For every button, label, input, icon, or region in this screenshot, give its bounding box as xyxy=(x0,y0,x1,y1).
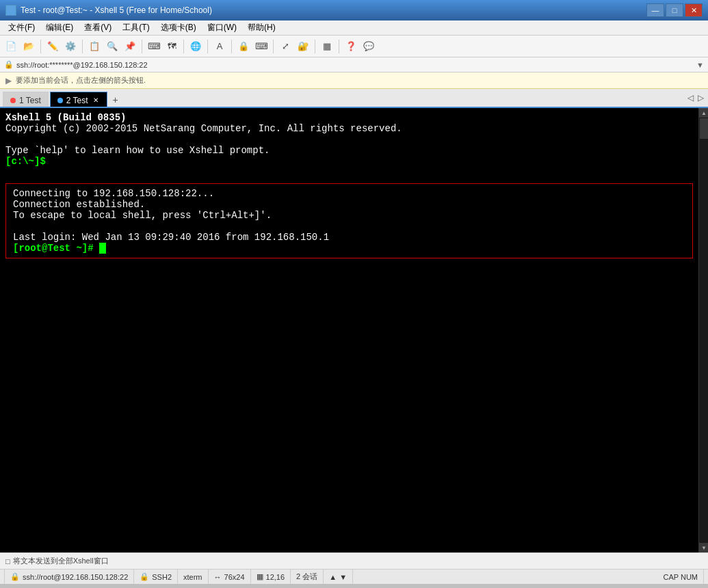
keyboard-button[interactable]: ⌨ xyxy=(146,38,162,55)
tab-nav-left-icon[interactable]: ◁ xyxy=(686,92,695,104)
conn-line-4 xyxy=(13,221,685,232)
status-size-icon: ↔ xyxy=(214,573,222,581)
app-icon xyxy=(5,5,16,16)
tab-nav-right-icon[interactable]: ▷ xyxy=(696,92,705,104)
open-button[interactable]: 📂 xyxy=(21,38,37,55)
term-line-1: Xshell 5 (Build 0835) xyxy=(5,112,693,123)
chat-button[interactable]: 💬 xyxy=(360,38,377,55)
status-pos: ▦ 12,16 xyxy=(251,570,291,584)
status-sessions: 2 会话 xyxy=(291,570,324,584)
status-ssh-text: SSH2 xyxy=(152,573,172,581)
maximize-button[interactable]: □ xyxy=(666,3,683,17)
edit-button[interactable]: ✏️ xyxy=(44,38,61,55)
toolbar-separator-9 xyxy=(339,40,339,53)
term-line-blank xyxy=(5,167,693,178)
terminal[interactable]: Xshell 5 (Build 0835) Copyright (c) 2002… xyxy=(0,108,698,552)
status-term-text: xterm xyxy=(183,573,202,581)
status-nav-up-icon[interactable]: ▲ xyxy=(329,573,337,581)
scroll-down-button[interactable]: ▼ xyxy=(699,543,708,552)
tab-2-label: 2 Test xyxy=(66,96,88,105)
copy-button[interactable]: 📋 xyxy=(86,38,103,55)
grid-button[interactable]: ▦ xyxy=(319,38,335,55)
toolbar-separator-8 xyxy=(315,40,315,53)
term-line-2: Copyright (c) 2002-2015 NetSarang Comput… xyxy=(5,123,693,134)
menu-tabs[interactable]: 选项卡(B) xyxy=(155,21,202,35)
keyboard2-button[interactable]: ⌨ xyxy=(253,38,270,55)
toolbar-separator-5 xyxy=(207,40,208,53)
bottom-icon: □ xyxy=(5,557,10,565)
status-term: xterm xyxy=(178,570,209,584)
address-dropdown-icon[interactable]: ▼ xyxy=(696,61,704,69)
scroll-thumb[interactable] xyxy=(700,118,708,139)
conn-line-5: Last login: Wed Jan 13 09:29:40 2016 fro… xyxy=(13,232,685,243)
status-caps: CAP NUM xyxy=(657,570,704,584)
toolbar-separator-6 xyxy=(231,40,232,53)
new-session-button[interactable]: 📄 xyxy=(3,38,19,55)
status-size: ↔ 76x24 xyxy=(209,570,251,584)
lock-icon: 🔒 xyxy=(4,60,14,69)
status-nav: ▲ ▼ xyxy=(324,570,353,584)
paste-button[interactable]: 📌 xyxy=(122,38,138,55)
tab-1-label: 1 Test xyxy=(19,96,41,105)
terminal-scrollbar[interactable]: ▲ ▼ xyxy=(698,108,708,552)
globe-button[interactable]: 🌐 xyxy=(187,38,204,55)
menu-file[interactable]: 文件(F) xyxy=(3,21,40,35)
conn-prompt: [root@Test ~]# xyxy=(13,243,685,254)
menu-bar: 文件(F) 编辑(E) 查看(V) 工具(T) 选项卡(B) 窗口(W) 帮助(… xyxy=(0,21,708,36)
tab-2-dot xyxy=(57,98,63,103)
find-button[interactable]: 🔍 xyxy=(104,38,120,55)
properties-button[interactable]: ⚙️ xyxy=(62,38,79,55)
toolbar-separator-4 xyxy=(183,40,184,53)
toolbar: 📄 📂 ✏️ ⚙️ 📋 🔍 📌 ⌨ 🗺 🌐 A 🔒 ⌨ ⤢ 🔐 ▦ ❓ 💬 xyxy=(0,36,708,57)
status-protocol: 🔒 SSH2 xyxy=(134,570,178,584)
minimize-button[interactable]: — xyxy=(646,3,664,17)
status-size-text: 76x24 xyxy=(224,573,245,581)
menu-tools[interactable]: 工具(T) xyxy=(117,21,155,35)
status-address-text: ssh://root@192.168.150.128:22 xyxy=(23,573,128,581)
info-arrow-icon: ▶ xyxy=(5,76,12,85)
toolbar-separator-2 xyxy=(82,40,83,53)
menu-window[interactable]: 窗口(W) xyxy=(202,21,242,35)
address-text: ssh://root:********@192.168.150.128:22 xyxy=(16,61,696,69)
term-line-3 xyxy=(5,134,693,145)
info-bar: ▶ 要添加当前会话，点击左侧的箭头按钮. xyxy=(0,72,708,89)
font-button[interactable]: A xyxy=(211,38,228,55)
menu-edit[interactable]: 编辑(E) xyxy=(40,21,79,35)
toolbar-separator-1 xyxy=(40,40,41,53)
scroll-track[interactable] xyxy=(699,118,708,543)
connection-box: Connecting to 192.168.150.128:22... Conn… xyxy=(5,183,693,258)
conn-line-2: Connection established. xyxy=(13,199,685,210)
terminal-cursor xyxy=(99,243,106,254)
conn-line-1: Connecting to 192.168.150.128:22... xyxy=(13,188,685,199)
status-sessions-text: 2 会话 xyxy=(296,572,317,582)
close-button[interactable]: ✕ xyxy=(685,3,703,17)
help-button[interactable]: ❓ xyxy=(343,38,359,55)
terminal-wrapper: Xshell 5 (Build 0835) Copyright (c) 2002… xyxy=(0,108,708,552)
status-nav-down-icon[interactable]: ▼ xyxy=(339,573,347,581)
status-pos-icon: ▦ xyxy=(257,572,263,581)
menu-view[interactable]: 查看(V) xyxy=(79,21,117,35)
toolbar-separator-3 xyxy=(142,40,142,53)
toolbar-separator-7 xyxy=(273,40,274,53)
address-bar: 🔒 ssh://root:********@192.168.150.128:22… xyxy=(0,57,708,72)
window-title: Test - root@Test:~ - Xshell 5 (Free for … xyxy=(21,5,212,15)
scroll-up-button[interactable]: ▲ xyxy=(699,108,708,118)
bottom-text: 将文本发送到全部Xshell窗口 xyxy=(13,556,109,566)
resize-button[interactable]: ⤢ xyxy=(277,38,293,55)
status-caps-text: CAP NUM xyxy=(663,573,698,581)
term-line-4: Type `help' to learn how to use Xshell p… xyxy=(5,145,693,156)
tab-bar: 1 Test 2 Test ✕ + ◁ ▷ xyxy=(0,89,708,108)
tab-2[interactable]: 2 Test ✕ xyxy=(50,92,107,107)
status-bar: 🔒 ssh://root@192.168.150.128:22 🔒 SSH2 x… xyxy=(0,569,708,584)
lock2-button[interactable]: 🔐 xyxy=(295,38,311,55)
tab-1-dot xyxy=(10,98,16,103)
status-address: 🔒 ssh://root@192.168.150.128:22 xyxy=(4,570,134,584)
menu-help[interactable]: 帮助(H) xyxy=(242,21,281,35)
tab-add-button[interactable]: + xyxy=(109,93,122,107)
tab-1[interactable]: 1 Test xyxy=(3,92,49,107)
lock-button[interactable]: 🔒 xyxy=(235,38,252,55)
map-button[interactable]: 🗺 xyxy=(163,38,180,55)
term-prompt-1: [c:\~]$ xyxy=(5,156,693,167)
tab-2-close-icon[interactable]: ✕ xyxy=(92,96,100,104)
status-pos-text: 12,16 xyxy=(266,573,285,581)
